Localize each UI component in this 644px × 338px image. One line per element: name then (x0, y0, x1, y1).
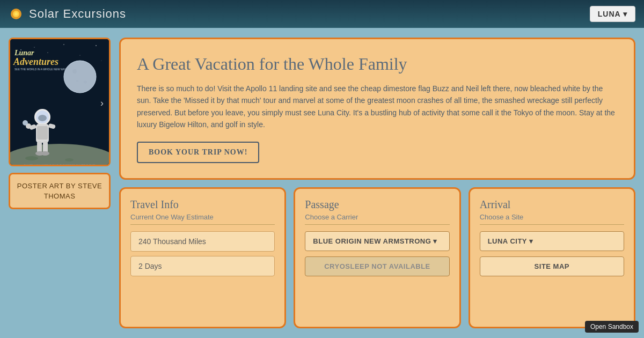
poster-art-credit: Poster Art by Steve Thomas (9, 173, 111, 209)
vacation-description: There is so much to do! Visit the Apollo… (137, 83, 618, 131)
svg-rect-27 (37, 126, 48, 139)
poster-credit-text: Poster Art by Steve Thomas (17, 182, 102, 200)
svg-point-25 (38, 115, 47, 121)
site-dropdown[interactable]: Luna City ▾ (480, 231, 624, 251)
svg-point-2 (14, 12, 18, 16)
distance-field: 240 Thousand Miles (130, 231, 275, 252)
svg-text:FLY TO LUNA WORLD BY THE EXPRE: FLY TO LUNA WORLD BY THE EXPRESS SHUTTLE… (24, 164, 96, 165)
travel-info-subtitle: Current One Way Estimate (130, 213, 275, 225)
poster-image: Lunar Adventures SEE THE WORLD IN A WHOL… (10, 39, 109, 165)
svg-point-9 (96, 45, 97, 46)
svg-point-7 (63, 44, 64, 45)
svg-point-33 (41, 151, 49, 156)
passage-card: Passage Choose a Carrier Blue Origin New… (294, 187, 460, 328)
duration-field: 2 Days (130, 256, 275, 276)
svg-point-22 (65, 158, 74, 161)
content-area: A Great Vacation for the Whole Family Th… (119, 38, 635, 328)
svg-rect-31 (43, 141, 48, 153)
logo-area: Solar Excursions (9, 6, 126, 21)
svg-point-18 (76, 80, 78, 82)
svg-point-21 (25, 156, 38, 160)
poster-artwork: Lunar Adventures SEE THE WORLD IN A WHOL… (10, 39, 109, 165)
svg-point-17 (84, 80, 87, 84)
solar-icon (9, 6, 24, 21)
svg-text:Adventures: Adventures (13, 56, 58, 67)
svg-text:Lunar: Lunar (14, 49, 34, 57)
svg-point-5 (34, 47, 34, 47)
cryosleep-status: Cryosleep Not Available (305, 256, 449, 276)
travel-info-title: Travel Info (130, 199, 275, 211)
app-title: Solar Excursions (29, 7, 126, 21)
vacation-card: A Great Vacation for the Whole Family Th… (119, 38, 635, 180)
open-sandbox-badge[interactable]: Open Sandbox (585, 321, 639, 333)
poster-card: Lunar Adventures SEE THE WORLD IN A WHOL… (9, 38, 111, 166)
site-map-button[interactable]: Site Map (480, 256, 624, 276)
passage-title: Passage (305, 199, 449, 211)
svg-text:SEE THE WORLD IN A WHOLE NEW W: SEE THE WORLD IN A WHOLE NEW WAY (14, 68, 67, 71)
arrival-subtitle: Choose a Site (480, 213, 624, 225)
svg-point-8 (80, 55, 80, 56)
svg-point-6 (48, 53, 48, 53)
carrier-dropdown[interactable]: Blue Origin New Armstrong ▾ (305, 231, 449, 251)
passage-subtitle: Choose a Carrier (305, 213, 449, 225)
travel-info-card: Travel Info Current One Way Estimate 240… (119, 187, 286, 328)
svg-text:›: › (100, 98, 104, 108)
arrival-card: Arrival Choose a Site Luna City ▾ Site M… (469, 187, 635, 328)
svg-point-12 (101, 61, 102, 61)
svg-point-16 (72, 69, 77, 74)
app-header: Solar Excursions Luna ▾ (0, 0, 644, 28)
arrival-title: Arrival (480, 199, 624, 211)
vacation-title: A Great Vacation for the Whole Family (137, 54, 618, 74)
svg-rect-30 (37, 141, 42, 153)
user-menu-button[interactable]: Luna ▾ (590, 6, 635, 22)
sidebar: Lunar Adventures SEE THE WORLD IN A WHOL… (9, 38, 111, 328)
main-content: Lunar Adventures SEE THE WORLD IN A WHOL… (0, 28, 644, 338)
bottom-cards: Travel Info Current One Way Estimate 240… (119, 187, 635, 328)
svg-point-35 (23, 120, 28, 126)
book-trip-button[interactable]: Book Your Trip Now! (137, 142, 259, 163)
